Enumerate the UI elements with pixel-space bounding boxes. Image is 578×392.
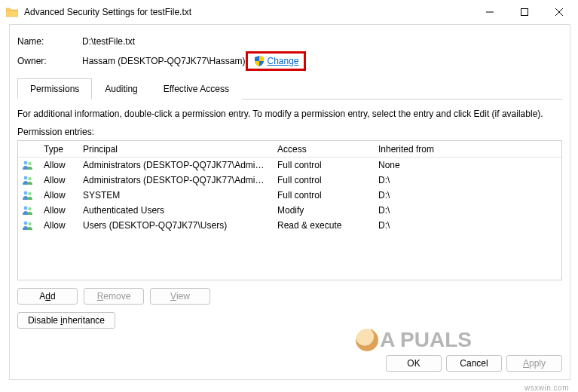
window-title: Advanced Security Settings for testFile.… <box>24 7 472 17</box>
cell-principal: Administrators (DESKTOP-QQ7JK77\Admini..… <box>77 175 271 185</box>
cell-access: Full control <box>271 160 372 170</box>
cell-inherited: None <box>372 160 561 170</box>
disable-inheritance-button[interactable]: Disable inheritance <box>17 312 115 329</box>
tabs: Permissions Auditing Effective Access <box>17 78 562 100</box>
info-text: For additional information, double-click… <box>17 109 562 119</box>
name-value: D:\testFile.txt <box>82 36 135 47</box>
apply-button: Apply <box>506 355 562 372</box>
watermark: A PUALS <box>356 328 472 352</box>
minimize-button[interactable] <box>472 0 507 24</box>
svg-point-12 <box>24 222 28 225</box>
users-icon <box>18 175 38 185</box>
entry-buttons: Add Remove View <box>17 288 562 305</box>
cell-type: Allow <box>38 190 77 201</box>
cell-principal: Authenticated Users <box>77 205 271 216</box>
svg-point-10 <box>24 207 28 210</box>
svg-point-8 <box>24 191 28 195</box>
owner-row: Owner: Hassam (DESKTOP-QQ7JK77\Hassam) C… <box>17 52 562 70</box>
watermark-logo-icon <box>356 329 378 351</box>
cell-access: Modify <box>271 205 372 216</box>
cell-type: Allow <box>38 205 77 216</box>
shield-icon <box>254 56 265 66</box>
col-type[interactable]: Type <box>38 144 77 155</box>
cell-type: Allow <box>38 175 77 185</box>
tab-auditing[interactable]: Auditing <box>92 78 150 100</box>
view-button: View <box>150 288 210 305</box>
dialog-body: Name: D:\testFile.txt Owner: Hassam (DES… <box>9 24 570 380</box>
svg-point-9 <box>28 192 31 195</box>
titlebar: Advanced Security Settings for testFile.… <box>0 0 578 24</box>
svg-point-7 <box>28 177 31 180</box>
svg-rect-1 <box>521 9 528 16</box>
col-access[interactable]: Access <box>271 144 372 155</box>
cell-inherited: D:\ <box>372 175 561 185</box>
cell-principal: Users (DESKTOP-QQ7JK77\Users) <box>77 220 271 231</box>
users-icon <box>18 220 38 231</box>
add-button[interactable]: Add <box>17 288 78 305</box>
table-row[interactable]: AllowAuthenticated UsersModifyD:\ <box>18 203 561 218</box>
footer-buttons: OK Cancel Apply <box>386 355 562 372</box>
col-inherited[interactable]: Inherited from <box>372 144 561 155</box>
source-mark: wsxwin.com <box>524 384 569 392</box>
name-row: Name: D:\testFile.txt <box>17 32 562 51</box>
cell-access: Full control <box>271 190 372 201</box>
svg-point-5 <box>28 162 31 165</box>
users-icon <box>18 205 38 216</box>
entries-label: Permission entries: <box>17 127 562 137</box>
cell-inherited: D:\ <box>372 205 561 216</box>
folder-icon <box>6 7 18 17</box>
change-link[interactable]: Change <box>268 56 299 66</box>
users-icon <box>18 190 38 201</box>
table-header: Type Principal Access Inherited from <box>18 141 561 158</box>
owner-value: Hassam (DESKTOP-QQ7JK77\Hassam) <box>82 56 246 66</box>
permissions-table[interactable]: Type Principal Access Inherited from All… <box>17 140 562 280</box>
svg-point-4 <box>24 161 28 165</box>
ok-button[interactable]: OK <box>386 355 442 372</box>
cell-principal: Administrators (DESKTOP-QQ7JK77\Admini..… <box>77 160 271 170</box>
cell-access: Read & execute <box>271 220 372 231</box>
close-button[interactable] <box>542 0 576 24</box>
svg-point-6 <box>24 176 28 180</box>
change-highlight: Change <box>246 51 306 71</box>
cell-access: Full control <box>271 175 372 185</box>
maximize-button[interactable] <box>507 0 542 24</box>
cell-inherited: D:\ <box>372 220 561 231</box>
tab-effective-access[interactable]: Effective Access <box>151 78 242 100</box>
cancel-button[interactable]: Cancel <box>446 355 502 372</box>
tab-permissions[interactable]: Permissions <box>17 78 92 100</box>
cell-principal: SYSTEM <box>77 190 271 201</box>
remove-button: Remove <box>84 288 144 305</box>
svg-point-11 <box>28 207 31 210</box>
table-row[interactable]: AllowAdministrators (DESKTOP-QQ7JK77\Adm… <box>18 173 561 188</box>
table-row[interactable]: AllowUsers (DESKTOP-QQ7JK77\Users)Read &… <box>18 218 561 233</box>
svg-point-13 <box>28 222 31 225</box>
users-icon <box>18 160 38 170</box>
name-label: Name: <box>17 36 82 47</box>
cell-type: Allow <box>38 160 77 170</box>
table-row[interactable]: AllowAdministrators (DESKTOP-QQ7JK77\Adm… <box>18 158 561 173</box>
owner-label: Owner: <box>17 56 82 66</box>
table-row[interactable]: AllowSYSTEMFull controlD:\ <box>18 188 561 203</box>
cell-type: Allow <box>38 220 77 231</box>
cell-inherited: D:\ <box>372 190 561 201</box>
col-principal[interactable]: Principal <box>77 144 271 155</box>
